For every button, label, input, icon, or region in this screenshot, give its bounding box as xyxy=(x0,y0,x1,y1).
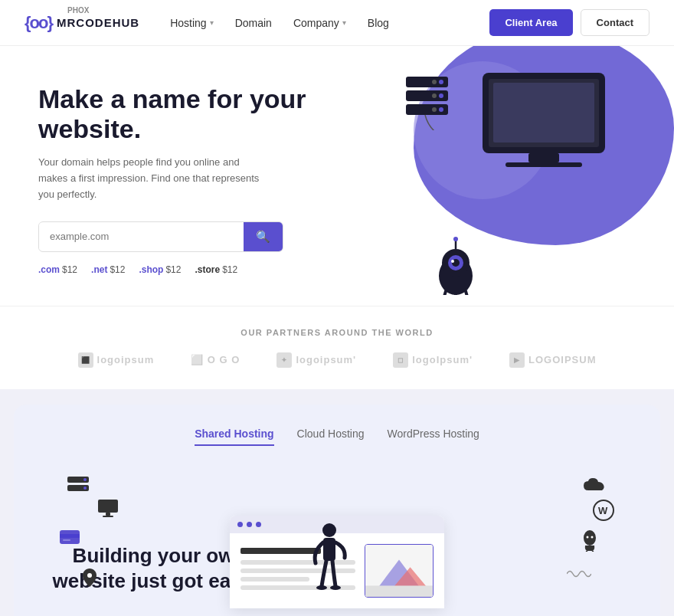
search-input[interactable] xyxy=(39,223,244,250)
navbar: {oo} MRCODEHUB PHOX Hosting ▾ Domain Com… xyxy=(0,0,674,46)
browser-dot-3 xyxy=(256,522,261,527)
logo-text: MRCODEHUB xyxy=(57,16,139,29)
monitor-float-icon xyxy=(98,500,119,521)
hosting-section: Shared Hosting Cloud Hosting WordPress H… xyxy=(14,405,660,616)
browser-image xyxy=(365,544,434,598)
svg-point-38 xyxy=(587,536,589,538)
svg-rect-11 xyxy=(528,153,559,162)
svg-point-3 xyxy=(439,80,443,84)
nav-domain[interactable]: Domain xyxy=(235,17,272,29)
svg-point-7 xyxy=(432,93,437,98)
text-line-4 xyxy=(240,577,309,582)
svg-point-20 xyxy=(453,237,458,241)
partner-logo-4: ◻ logoIpsum' xyxy=(393,352,473,368)
nav-links: Hosting ▾ Domain Company ▾ Blog xyxy=(170,17,489,29)
partner-logo-1: ⬛ logoipsum xyxy=(78,352,155,368)
hero-content: Make a name for your website. Your domai… xyxy=(38,84,360,275)
tld-com[interactable]: .com $12 xyxy=(38,264,77,275)
search-icon: 🔍 xyxy=(256,230,270,243)
svg-rect-32 xyxy=(60,534,80,538)
nav-hosting[interactable]: Hosting ▾ xyxy=(170,17,213,29)
svg-point-27 xyxy=(83,487,87,490)
client-area-button[interactable]: Client Area xyxy=(489,9,572,36)
hero-title: Make a name for your website. xyxy=(38,84,360,144)
svg-rect-28 xyxy=(98,500,118,513)
partner-logo-3: ✦ logoipsum' xyxy=(276,352,356,368)
hero-section: Make a name for your website. Your domai… xyxy=(0,46,674,306)
tld-list: .com $12 .net $12 .shop $12 .store $12 xyxy=(38,264,360,275)
chevron-down-icon: ▾ xyxy=(210,18,214,27)
logo-phox: PHOX xyxy=(67,6,89,15)
partners-section: OUR PARTNERS AROUND THE WORLD ⬛ logoipsu… xyxy=(0,306,674,389)
partner-icon-5: ▶ xyxy=(509,352,525,368)
svg-point-18 xyxy=(451,260,454,263)
nav-company[interactable]: Company ▾ xyxy=(293,17,346,29)
tab-wordpress-hosting[interactable]: WordPress Hosting xyxy=(388,428,479,446)
svg-rect-13 xyxy=(493,83,594,143)
browser-dot-2 xyxy=(247,522,252,527)
pin-float-icon xyxy=(83,568,97,590)
linux-float-icon xyxy=(581,530,599,555)
svg-line-21 xyxy=(444,291,446,295)
svg-rect-29 xyxy=(106,513,110,516)
partner-logo-2: ⬜ O G O xyxy=(191,354,240,365)
person-figure xyxy=(306,521,352,608)
svg-text:W: W xyxy=(598,505,608,516)
tab-cloud-hosting[interactable]: Cloud Hosting xyxy=(297,428,365,446)
partners-title: OUR PARTNERS AROUND THE WORLD xyxy=(38,328,636,337)
svg-point-5 xyxy=(439,107,443,112)
browser-dot-1 xyxy=(237,522,243,527)
server-stack-icon xyxy=(398,69,460,133)
partner-icon-4: ◻ xyxy=(393,352,408,368)
monitor-icon xyxy=(475,69,628,195)
tld-store[interactable]: .store $12 xyxy=(195,264,237,275)
hosting-tabs: Shared Hosting Cloud Hosting WordPress H… xyxy=(37,428,637,446)
nav-buttons: Client Area Contact xyxy=(489,9,649,36)
mascot-monster xyxy=(429,234,483,298)
svg-point-8 xyxy=(432,107,437,112)
nav-blog[interactable]: Blog xyxy=(368,17,389,29)
svg-point-6 xyxy=(432,80,437,84)
svg-point-34 xyxy=(87,573,92,578)
chevron-down-icon-2: ▾ xyxy=(342,18,346,27)
svg-point-26 xyxy=(83,478,87,481)
svg-rect-12 xyxy=(506,162,582,167)
mountain-illustration xyxy=(365,545,433,597)
logo[interactable]: {oo} MRCODEHUB PHOX xyxy=(25,13,139,33)
partner-logo-5: ▶ LOGOIPSUM xyxy=(509,352,596,368)
svg-rect-45 xyxy=(323,538,335,561)
search-button[interactable]: 🔍 xyxy=(244,222,283,251)
contact-button[interactable]: Contact xyxy=(581,9,649,36)
svg-point-44 xyxy=(322,523,336,537)
domain-search-bar: 🔍 xyxy=(38,221,283,252)
svg-point-4 xyxy=(439,93,443,98)
svg-rect-30 xyxy=(103,516,113,517)
hosting-body: W Building your own website just got eas… xyxy=(37,469,637,616)
wave-float-icon xyxy=(567,568,591,582)
hero-subtitle: Your domain helps people find you online… xyxy=(38,155,268,202)
svg-rect-33 xyxy=(63,539,70,541)
wordpress-float-icon: W xyxy=(593,500,614,524)
partners-logos: ⬛ logoipsum ⬜ O G O ✦ logoipsum' ◻ logoI… xyxy=(38,352,636,368)
svg-rect-43 xyxy=(365,586,432,598)
svg-point-37 xyxy=(584,530,596,546)
svg-point-46 xyxy=(316,585,327,590)
tld-shop[interactable]: .shop $12 xyxy=(139,264,181,275)
hero-illustration xyxy=(329,46,674,306)
tld-net[interactable]: .net $12 xyxy=(91,264,125,275)
partner-icon-1: ⬛ xyxy=(78,352,93,368)
svg-point-39 xyxy=(591,536,594,538)
cloud-float-icon xyxy=(582,477,607,496)
partner-icon-3: ✦ xyxy=(276,352,292,368)
tab-shared-hosting[interactable]: Shared Hosting xyxy=(195,428,273,446)
hosting-center: Building your own website just got easie… xyxy=(37,543,637,608)
logo-bracket: {oo} xyxy=(25,13,52,33)
card-float-icon xyxy=(60,530,80,547)
svg-line-23 xyxy=(466,291,467,295)
server-float-icon xyxy=(67,477,89,496)
svg-point-47 xyxy=(330,585,341,590)
